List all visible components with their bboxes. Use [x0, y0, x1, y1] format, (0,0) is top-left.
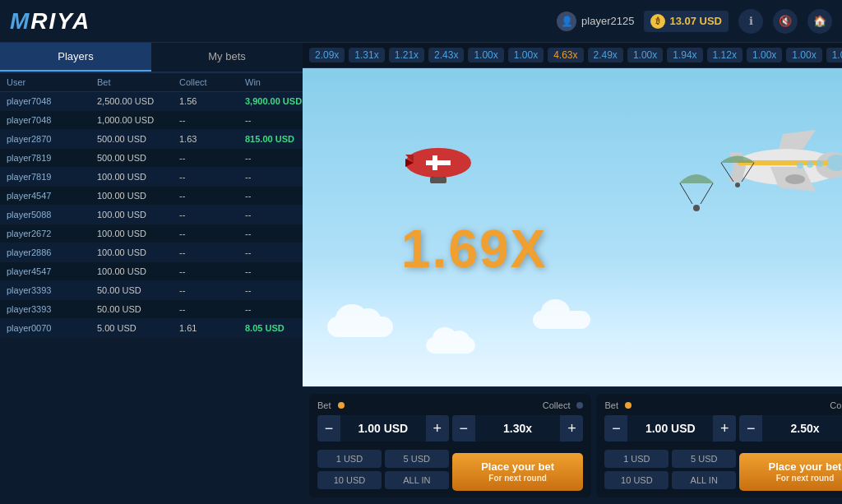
- place-bet-left[interactable]: Place your bet For next round: [452, 453, 584, 491]
- tab-my-bets[interactable]: My bets: [151, 43, 303, 72]
- svg-line-15: [721, 163, 733, 182]
- main-layout: Players My bets User Bet Collect Win pla…: [0, 43, 842, 504]
- collect-minus-left[interactable]: −: [452, 415, 475, 442]
- collect-label-left: Collect: [543, 400, 571, 410]
- win-val: --: [245, 304, 309, 314]
- win-val: 8.05 USD: [245, 323, 309, 333]
- player-name: player7819: [7, 153, 97, 163]
- bet-minus-right[interactable]: −: [604, 415, 627, 442]
- ticker-item-7: 2.49x: [588, 48, 623, 62]
- table-row: player4547 100.00 USD -- --: [0, 187, 303, 206]
- bet-val: 2,500.00 USD: [97, 96, 179, 106]
- home-button[interactable]: 🏠: [807, 9, 832, 34]
- quick-5-usd-right[interactable]: 5 USD: [672, 450, 736, 468]
- svg-line-16: [742, 163, 754, 182]
- ticker-item-12: 1.00x: [786, 48, 821, 62]
- win-val: --: [245, 191, 309, 201]
- username-label: player2125: [581, 15, 634, 27]
- user-avatar-icon: 👤: [557, 12, 576, 31]
- win-val: --: [245, 153, 309, 163]
- bet-panel-right: Bet Collect − 1.00 USD + 1 USD: [596, 394, 842, 497]
- svg-line-12: [680, 183, 692, 204]
- player-name: player5088: [7, 210, 97, 220]
- player-name: player7819: [7, 172, 97, 182]
- bet-minus-left[interactable]: −: [317, 415, 340, 442]
- cloud-2: [426, 337, 475, 354]
- svg-point-9: [817, 160, 823, 167]
- bet-val: 50.00 USD: [97, 285, 179, 295]
- player-name: player4547: [7, 266, 97, 276]
- tab-bar: Players My bets: [0, 43, 303, 73]
- win-val: --: [245, 266, 309, 276]
- player-name: player2870: [7, 134, 97, 144]
- bet-val: 100.00 USD: [97, 247, 179, 257]
- player-name: player3393: [7, 285, 97, 295]
- svg-line-13: [701, 183, 713, 204]
- bet-val: 100.00 USD: [97, 172, 179, 182]
- table-row: player0070 5.00 USD 1.61 8.05 USD: [0, 319, 303, 338]
- bottom-controls: Bet Collect − 1.00 USD + 1 USD: [303, 386, 842, 504]
- quick-1-usd-right[interactable]: 1 USD: [604, 450, 669, 468]
- ticker-item-1: 1.31x: [349, 48, 384, 62]
- collect-input-row-right: − 2.50x +: [739, 415, 842, 442]
- quick-btns-right-top: 1 USD 5 USD: [604, 450, 736, 468]
- ticker-item-10: 1.12x: [707, 48, 743, 62]
- collect-val: --: [179, 191, 245, 201]
- ticker-item-2: 1.21x: [389, 48, 424, 62]
- bet-plus-left[interactable]: +: [426, 415, 449, 442]
- collect-value-left: 1.30x: [475, 422, 561, 435]
- table-row: player7048 1,000.00 USD -- --: [0, 111, 303, 130]
- bet-plus-right[interactable]: +: [713, 415, 736, 442]
- bet-inputs-left: − 1.00 USD + 1 USD 5 USD 10 USD ALL IN: [317, 415, 583, 491]
- quick-allin-right[interactable]: ALL IN: [672, 471, 736, 489]
- win-val: 815.00 USD: [245, 134, 309, 144]
- collect-val: 1.63: [179, 134, 245, 144]
- tab-players[interactable]: Players: [0, 43, 151, 72]
- quick-1-usd-left[interactable]: 1 USD: [317, 450, 382, 468]
- player-name: player2672: [7, 229, 97, 238]
- quick-5-usd-left[interactable]: 5 USD: [385, 450, 449, 468]
- info-button[interactable]: ℹ: [738, 9, 763, 34]
- ticker-item-9: 1.94x: [667, 48, 702, 62]
- header-right: 👤 player2125 ₿ 13.07 USD ℹ 🔇 🏠: [557, 9, 832, 34]
- ticker-item-0: 2.09x: [309, 48, 345, 62]
- quick-allin-left[interactable]: ALL IN: [385, 471, 449, 489]
- quick-btns-left-top: 1 USD 5 USD: [317, 450, 449, 468]
- svg-point-11: [797, 162, 803, 169]
- svg-point-17: [735, 183, 740, 187]
- col-collect: Collect: [179, 77, 245, 87]
- collect-plus-left[interactable]: +: [560, 415, 583, 442]
- quick-10-usd-left[interactable]: 10 USD: [317, 471, 382, 489]
- bet-panel-right-header: Bet Collect: [604, 400, 842, 410]
- right-panel: 2.09x1.31x1.21x2.43x1.00x1.00x4.63x2.49x…: [303, 43, 842, 504]
- quick-10-usd-right[interactable]: 10 USD: [604, 471, 669, 489]
- blimp-group: [401, 142, 475, 191]
- place-bet-right[interactable]: Place your bet For next round: [739, 453, 842, 491]
- svg-rect-22: [430, 177, 446, 183]
- collect-minus-right[interactable]: −: [739, 415, 762, 442]
- bet-val: 100.00 USD: [97, 266, 179, 276]
- cloud-1: [327, 317, 393, 337]
- place-bet-right-label: Place your bet: [769, 460, 842, 474]
- place-bet-right-sub: For next round: [776, 474, 835, 483]
- bet-val: 50.00 USD: [97, 304, 179, 314]
- table-header: User Bet Collect Win: [0, 73, 303, 92]
- col-win: Win: [245, 77, 309, 87]
- blimp-svg: [401, 142, 475, 187]
- table-row: player3393 50.00 USD -- --: [0, 281, 303, 300]
- ticker-item-6: 4.63x: [548, 48, 583, 62]
- svg-rect-21: [426, 160, 451, 165]
- bet-val: 5.00 USD: [97, 323, 179, 333]
- logo: MRIYA: [10, 8, 90, 35]
- collect-val: --: [179, 115, 245, 125]
- header: MRIYA 👤 player2125 ₿ 13.07 USD ℹ 🔇 🏠: [0, 0, 842, 43]
- collect-val: --: [179, 153, 245, 163]
- collect-val: --: [179, 304, 245, 314]
- player-name: player0070: [7, 323, 97, 333]
- sound-button[interactable]: 🔇: [773, 9, 798, 34]
- place-bet-left-label: Place your bet: [481, 460, 554, 474]
- col-bet: Bet: [97, 77, 179, 87]
- collect-val: --: [179, 285, 245, 295]
- svg-point-7: [785, 174, 805, 184]
- collect-col-left: − 1.30x + Place your bet For next round: [452, 415, 584, 491]
